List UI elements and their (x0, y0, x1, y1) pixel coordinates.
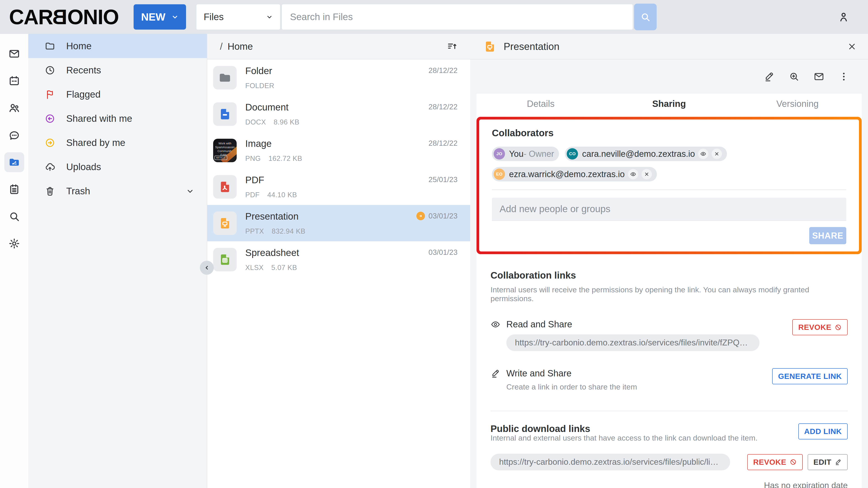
folder-icon (44, 41, 55, 52)
file-name: Document (245, 102, 299, 113)
search-input[interactable] (282, 4, 633, 30)
file-name: Image (245, 138, 302, 149)
write-share-label: Write and Share (506, 368, 571, 379)
close-details-button[interactable] (847, 42, 857, 51)
file-row[interactable]: PDF PDF44.10 KB 25/01/23 (207, 168, 470, 205)
edit-link-button[interactable]: EDIT (808, 454, 848, 470)
add-link-button[interactable]: ADD LINK (798, 423, 848, 440)
search-scope-select[interactable]: Files (196, 4, 280, 30)
chip-permissions-button[interactable] (698, 149, 708, 159)
file-date: 28/12/22 (429, 139, 458, 148)
rail-item-calendar[interactable] (0, 67, 28, 94)
file-name: Presentation (245, 211, 305, 222)
invite-link-url[interactable]: https://try-carbonio.demo.zextras.io/ser… (506, 334, 760, 351)
chip-remove-button[interactable] (642, 169, 652, 180)
flag-icon (44, 89, 55, 100)
generate-link-button[interactable]: GENERATE LINK (772, 368, 848, 384)
chevron-down-icon[interactable] (186, 187, 194, 195)
file-type: PDF (245, 191, 260, 199)
collaborator-chip[interactable]: CO cara.neville@demo.zextras.io (565, 147, 727, 161)
mail-icon (8, 48, 20, 60)
rail-item-tasks[interactable] (0, 176, 28, 203)
rail-item-settings[interactable] (0, 230, 28, 257)
share-button[interactable]: SHARE (809, 227, 846, 244)
pencil-icon (835, 458, 842, 466)
block-icon (835, 324, 842, 331)
edit-button[interactable] (764, 71, 775, 82)
nav-item-shared-by-me[interactable]: Shared by me (28, 131, 207, 155)
details-actions (470, 59, 868, 94)
top-bar: CARBONIO NEW Files (0, 0, 868, 34)
nav-label: Shared by me (66, 137, 125, 148)
chip-permissions-button[interactable] (628, 169, 638, 180)
file-type: XLSX (245, 264, 264, 272)
breadcrumb[interactable]: Home (228, 41, 253, 52)
revoke-button[interactable]: REVOKE (747, 454, 803, 470)
eye-icon (630, 171, 636, 177)
more-actions-button[interactable] (838, 71, 849, 82)
collaboration-links-section: Collaboration links Internal users will … (476, 254, 862, 411)
send-mail-button[interactable] (813, 71, 825, 82)
file-size: 5.07 KB (271, 264, 297, 272)
search-button[interactable] (634, 4, 657, 30)
chip-role: - Owner (524, 149, 554, 159)
details-tabs: Details Sharing Versioning (476, 94, 862, 113)
nav-item-shared-with-me[interactable]: Shared with me (28, 106, 207, 131)
close-icon (644, 171, 650, 177)
avatar: EO (494, 168, 505, 180)
add-people-input[interactable] (492, 198, 846, 221)
rail-item-chats[interactable] (0, 122, 28, 149)
account-button[interactable] (837, 11, 850, 23)
app-rail (0, 34, 28, 488)
file-type: DOCX (245, 118, 266, 126)
rail-item-contacts[interactable] (0, 94, 28, 122)
kebab-menu-icon (838, 71, 849, 82)
tab-sharing[interactable]: Sharing (605, 99, 733, 109)
rail-item-files-active[interactable] (0, 149, 28, 176)
tab-versioning[interactable]: Versioning (733, 99, 862, 109)
divider (492, 190, 846, 190)
file-size: 44.10 KB (268, 191, 297, 199)
file-row[interactable]: Folder FOLDER 28/12/22 (207, 59, 470, 96)
nav-item-recents[interactable]: Recents (28, 58, 207, 82)
nav-label: Trash (66, 186, 90, 197)
collapse-nav-button[interactable] (200, 261, 214, 275)
expiration-label: Has no expiration date (491, 481, 848, 488)
file-date: 28/12/22 (429, 103, 458, 111)
nav-label: Flagged (66, 89, 101, 100)
file-row-selected[interactable]: Presentation PPTX832.94 KB 03/01/23 (207, 205, 470, 241)
chip-remove-button[interactable] (712, 149, 722, 159)
cloud-upload-icon (44, 162, 55, 172)
public-link-url[interactable]: https://try-carbonio.demo.zextras.io/ser… (491, 454, 730, 470)
rail-item-search[interactable] (0, 203, 28, 230)
chat-icon (8, 129, 20, 141)
new-button-label: NEW (141, 11, 165, 23)
file-row[interactable]: Document DOCX8.96 KB 28/12/22 (207, 96, 470, 132)
preview-button[interactable] (788, 71, 800, 82)
rail-item-mail[interactable] (0, 40, 28, 67)
files-nav-panel: Home Recents Flagged Shared with me Shar… (28, 34, 207, 488)
file-name: Spreadsheet (245, 248, 299, 258)
new-button[interactable]: NEW (133, 4, 186, 30)
file-type: PNG (245, 155, 261, 163)
chevron-down-icon (266, 13, 273, 20)
file-row[interactable]: Spreadsheet XLSX5.07 KB 03/01/23 (207, 241, 470, 278)
nav-item-flagged[interactable]: Flagged (28, 82, 207, 106)
file-row[interactable]: Work with SpamAssassinCommunity Edition … (207, 132, 470, 168)
chevron-left-icon (204, 265, 210, 271)
nav-item-uploads[interactable]: Uploads (28, 155, 207, 179)
nav-item-home[interactable]: Home (28, 34, 207, 58)
nav-item-trash[interactable]: Trash (28, 179, 207, 203)
thumbnail-badge: ARTICLE (215, 156, 227, 160)
collaborators-heading: Collaborators (492, 128, 846, 138)
close-icon (847, 42, 857, 51)
collaboration-links-heading: Collaboration links (491, 270, 848, 281)
collaborator-chip-owner[interactable]: JO You - Owner (492, 147, 559, 161)
public-links-heading: Public download links (491, 423, 590, 434)
chip-email: ezra.warrick@demo.zextras.io (509, 169, 625, 179)
collaborator-chip[interactable]: EO ezra.warrick@demo.zextras.io (492, 167, 657, 182)
folder-icon (218, 70, 232, 85)
revoke-button[interactable]: REVOKE (792, 319, 848, 335)
tab-details[interactable]: Details (476, 99, 605, 109)
sort-button[interactable] (447, 41, 458, 52)
